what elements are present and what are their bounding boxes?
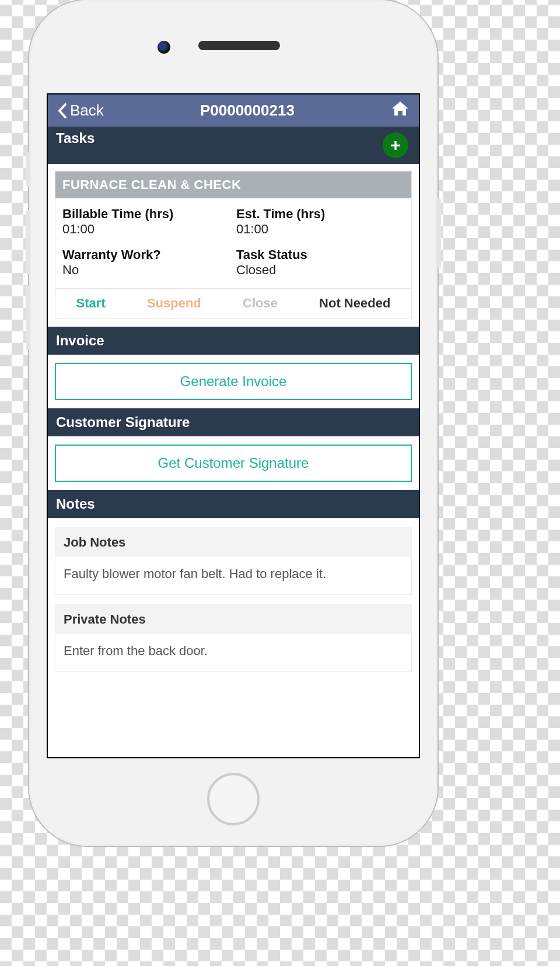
- job-notes-body[interactable]: Faulty blower motor fan belt. Had to rep…: [55, 557, 411, 594]
- job-notes-title: Job Notes: [55, 528, 411, 557]
- task-actions: Start Suspend Close Not Needed: [55, 288, 411, 318]
- warranty-label: Warranty Work?: [62, 247, 230, 262]
- start-button[interactable]: Start: [76, 296, 106, 311]
- est-time-label: Est. Time (hrs): [236, 206, 404, 222]
- signature-heading: Customer Signature: [48, 408, 419, 436]
- tasks-heading: Tasks +: [48, 127, 419, 164]
- task-status-label: Task Status: [236, 247, 404, 262]
- generate-invoice-button[interactable]: Generate Invoice: [55, 363, 412, 400]
- job-notes-card: Job Notes Faulty blower motor fan belt. …: [55, 527, 412, 595]
- task-details: Billable Time (hrs) 01:00 Est. Time (hrs…: [55, 198, 411, 288]
- notes-heading: Notes: [48, 490, 419, 518]
- get-signature-button[interactable]: Get Customer Signature: [55, 444, 412, 482]
- home-icon: [391, 100, 410, 117]
- back-label: Back: [70, 102, 104, 120]
- suspend-button[interactable]: Suspend: [147, 296, 201, 311]
- phone-camera: [158, 41, 170, 54]
- phone-home-button: [207, 773, 260, 825]
- phone-side-button: [26, 286, 30, 350]
- private-notes-card: Private Notes Enter from the back door.: [55, 604, 412, 672]
- home-button[interactable]: [391, 100, 410, 121]
- back-button[interactable]: Back: [57, 102, 104, 120]
- phone-side-button: [26, 152, 30, 187]
- tasks-content: FURNACE CLEAN & CHECK Billable Time (hrs…: [48, 164, 419, 318]
- chevron-left-icon: [57, 103, 68, 118]
- invoice-heading: Invoice: [48, 327, 419, 355]
- phone-side-button: [436, 198, 441, 268]
- not-needed-button[interactable]: Not Needed: [319, 296, 390, 311]
- close-button[interactable]: Close: [243, 296, 278, 311]
- task-status-value: Closed: [236, 262, 404, 278]
- billable-time-value: 01:00: [62, 222, 230, 237]
- phone-speaker: [198, 41, 280, 50]
- title-bar: Back P0000000213: [48, 94, 419, 127]
- private-notes-body[interactable]: Enter from the back door.: [55, 634, 411, 671]
- page-title: P0000000213: [200, 102, 295, 120]
- warranty-value: No: [62, 262, 230, 278]
- task-title: FURNACE CLEAN & CHECK: [55, 172, 411, 198]
- phone-side-button: [26, 210, 30, 274]
- est-time-value: 01:00: [236, 222, 404, 237]
- tasks-heading-label: Tasks: [56, 130, 94, 146]
- task-card: FURNACE CLEAN & CHECK Billable Time (hrs…: [55, 171, 412, 318]
- add-task-button[interactable]: +: [383, 132, 408, 158]
- phone-mockup: Back P0000000213 Tasks + FURNACE CLEAN &…: [29, 0, 438, 846]
- private-notes-title: Private Notes: [55, 605, 411, 634]
- plus-icon: +: [390, 135, 401, 155]
- billable-time-label: Billable Time (hrs): [62, 206, 230, 222]
- app-screen: Back P0000000213 Tasks + FURNACE CLEAN &…: [47, 93, 420, 758]
